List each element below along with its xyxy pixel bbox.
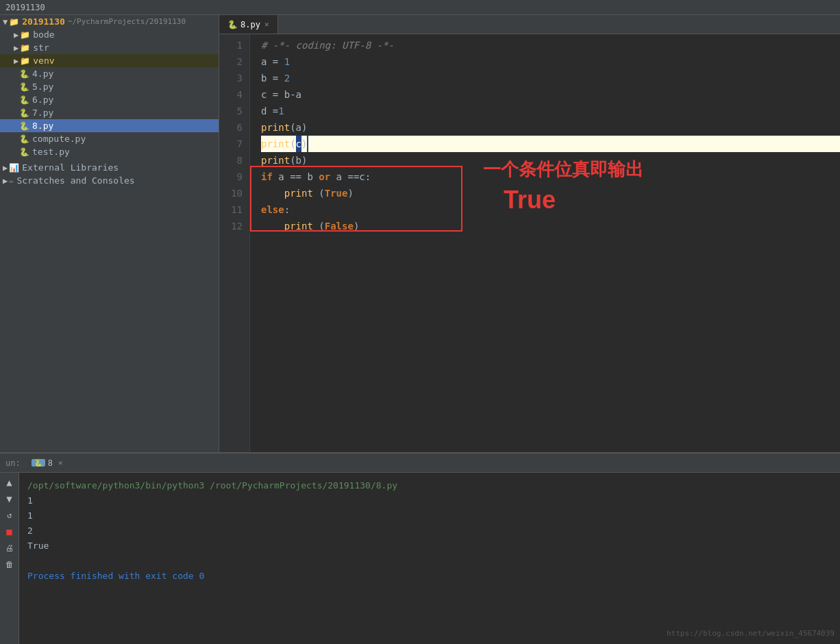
sidebar-label-8py: 8.py — [32, 121, 53, 131]
sidebar-label-7py: 7.py — [32, 108, 53, 118]
annotation-true: True — [504, 192, 556, 208]
sidebar-item-external-libraries[interactable]: ▶ 📊 External Libraries — [0, 161, 219, 174]
py-icon-8: 🐍 — [19, 121, 29, 131]
expand-icon-str: ▶ — [14, 43, 18, 53]
run-label: un: — [5, 458, 21, 468]
code-line-7: print(c)| — [261, 136, 840, 152]
sidebar-label-scratches: Scratches and Consoles — [16, 175, 134, 186]
annotation-chinese: 一个条件位真即输出 — [483, 161, 643, 177]
project-name: 20191130 — [22, 16, 65, 27]
project-path: ~/PycharmProjects/20191130 — [68, 17, 186, 26]
console-out-1: 1 — [27, 493, 832, 508]
sidebar-item-testpy[interactable]: 🐍 test.py — [0, 145, 219, 158]
sidebar-label-5py: 5.py — [32, 82, 53, 92]
sidebar-item-7py[interactable]: 🐍 7.py — [0, 106, 219, 119]
sidebar-item-str[interactable]: ▶ 📁 str — [0, 41, 219, 54]
py-icon-test: 🐍 — [19, 147, 29, 157]
sidebar-label-venv: venv — [33, 55, 54, 66]
scratches-icon: ✏️ — [9, 176, 14, 186]
sidebar-item-scratches[interactable]: ▶ ✏️ Scratches and Consoles — [0, 174, 219, 187]
print-button[interactable]: 🖨 — [3, 541, 16, 555]
sidebar-item-8py[interactable]: 🐍 8.py — [0, 119, 219, 132]
sidebar-item-computepy[interactable]: 🐍 compute.py — [0, 132, 219, 145]
collapse-icon: ▼ — [3, 17, 8, 27]
sidebar-label-4py: 4.py — [32, 69, 53, 79]
bottom-tabs: un: 🐍 8 ✕ — [0, 454, 840, 473]
editor-tab-8py[interactable]: 🐍 8.py ✕ — [219, 15, 278, 34]
console-blank — [27, 554, 832, 569]
line-numbers: 12345 678910 1112 — [219, 34, 250, 452]
sidebar-label-computepy: compute.py — [32, 134, 86, 144]
console-area: ▲ ▼ ↺ ■ 🖨 🗑 /opt/software/python3/bin/py… — [0, 473, 840, 644]
code-line-3: b = 2 — [261, 70, 840, 86]
editor-tabs: 🐍 8.py ✕ — [219, 15, 840, 34]
console-out-2: 1 — [27, 508, 832, 523]
top-bar: 20191130 — [0, 0, 840, 15]
project-folder-icon: 📁 — [9, 17, 19, 27]
console-command: /opt/software/python3/bin/python3 /root/… — [27, 478, 832, 493]
sidebar-label-testpy: test.py — [32, 147, 70, 157]
sidebar-label-6py: 6.py — [32, 95, 53, 105]
sidebar: ▼ 📁 20191130 ~/PycharmProjects/20191130 … — [0, 15, 219, 452]
watermark: https://blog.csdn.net/weixin_45674039 — [667, 626, 835, 641]
py-icon-compute: 🐍 — [19, 134, 29, 144]
console-process: Process finished with exit code 0 — [27, 569, 832, 584]
code-line-4: c = b-a — [261, 86, 840, 103]
sidebar-item-bode[interactable]: ▶ 📁 bode — [0, 28, 219, 41]
rerun-button[interactable]: ↺ — [3, 508, 16, 522]
scroll-up-button[interactable]: ▲ — [3, 475, 16, 489]
py-file-icon: 🐍 — [227, 20, 238, 29]
stop-button[interactable]: ■ — [3, 525, 16, 538]
code-line-1: # -*- coding: UTF-8 -*- — [261, 37, 840, 53]
bottom-panel: un: 🐍 8 ✕ ▲ ▼ ↺ ■ 🖨 🗑 /opt/software/pyth… — [0, 452, 840, 644]
editor-content: 12345 678910 1112 # -*- coding: UTF-8 -*… — [219, 34, 840, 452]
folder-icon-venv: 📁 — [20, 56, 30, 66]
expand-icon-scratches: ▶ — [3, 176, 8, 186]
main-area: ▼ 📁 20191130 ~/PycharmProjects/20191130 … — [0, 15, 840, 452]
sidebar-label-str: str — [33, 42, 49, 53]
py-icon-5: 🐍 — [19, 82, 29, 92]
expand-icon: ▶ — [14, 30, 18, 40]
run-tab-label: 8 — [48, 458, 53, 468]
sidebar-item-6py[interactable]: 🐍 6.py — [0, 93, 219, 106]
py-icon-7: 🐍 — [19, 108, 29, 118]
folder-icon-str: 📁 — [20, 43, 30, 53]
code-line-6: print(a) — [261, 119, 840, 136]
py-icon-4: 🐍 — [19, 69, 29, 79]
expand-icon-venv: ▶ — [14, 56, 18, 66]
py-badge: 🐍 — [32, 459, 45, 467]
folder-icon-bode: 📁 — [20, 30, 30, 40]
console-out-3: 2 — [27, 523, 832, 538]
code-line-2: a = 1 — [261, 53, 840, 70]
sidebar-project-root[interactable]: ▼ 📁 20191130 ~/PycharmProjects/20191130 — [0, 15, 219, 28]
py-icon-6: 🐍 — [19, 95, 29, 105]
scroll-down-button[interactable]: ▼ — [3, 492, 16, 506]
sidebar-item-venv[interactable]: ▶ 📁 venv — [0, 54, 219, 67]
console-output: /opt/software/python3/bin/python3 /root/… — [19, 473, 840, 644]
code-line-5: d =1 — [261, 103, 840, 119]
code-line-12: print (False) — [261, 218, 840, 234]
sidebar-label-external-libraries: External Libraries — [22, 162, 119, 173]
sidebar-item-5py[interactable]: 🐍 5.py — [0, 80, 219, 93]
tab-label-8py: 8.py — [240, 20, 260, 29]
console-sidebar: ▲ ▼ ↺ ■ 🖨 🗑 — [0, 473, 19, 644]
run-tab-close[interactable]: ✕ — [58, 458, 63, 467]
editor-area: 🐍 8.py ✕ 12345 678910 1112 # -*- coding:… — [219, 15, 840, 452]
code-editor[interactable]: # -*- coding: UTF-8 -*- a = 1 b = 2 c = … — [250, 34, 840, 452]
console-out-4: True — [27, 538, 832, 554]
lib-icon: 📊 — [9, 163, 19, 173]
sidebar-item-4py[interactable]: 🐍 4.py — [0, 67, 219, 80]
expand-icon-ext: ▶ — [3, 163, 8, 173]
tab-close-icon[interactable]: ✕ — [264, 20, 269, 29]
tab-run-8[interactable]: 🐍 8 ✕ — [26, 456, 69, 471]
top-bar-title: 20191130 — [5, 3, 45, 12]
sidebar-label-bode: bode — [33, 29, 54, 40]
clear-button[interactable]: 🗑 — [3, 558, 16, 571]
